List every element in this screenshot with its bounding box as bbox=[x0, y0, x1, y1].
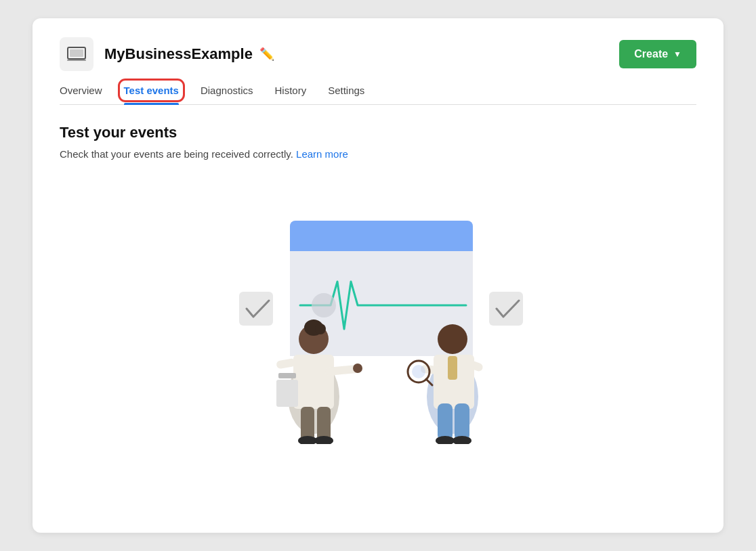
page-title: Test your events bbox=[60, 124, 696, 141]
tab-bar: Overview Test events Diagnostics History… bbox=[60, 85, 696, 105]
header-left: MyBusinessExample ✏️ bbox=[60, 37, 274, 71]
page-header: MyBusinessExample ✏️ Create ▼ bbox=[60, 37, 696, 71]
app-icon bbox=[60, 37, 93, 71]
tab-active-highlight: Test events bbox=[124, 85, 179, 96]
svg-rect-9 bbox=[489, 292, 523, 326]
svg-rect-28 bbox=[455, 403, 469, 441]
svg-rect-15 bbox=[276, 358, 296, 370]
svg-rect-1 bbox=[70, 49, 83, 57]
svg-point-25 bbox=[438, 324, 467, 354]
svg-rect-2 bbox=[67, 60, 86, 61]
page-subtitle: Check that your events are being receive… bbox=[60, 148, 696, 160]
svg-rect-21 bbox=[317, 407, 331, 441]
create-label: Create bbox=[634, 48, 668, 60]
page-content: Test your events Check that your events … bbox=[60, 124, 696, 444]
laptop-icon bbox=[67, 47, 86, 62]
svg-point-34 bbox=[412, 365, 425, 378]
tab-test-events[interactable]: Test events bbox=[124, 85, 179, 104]
svg-rect-19 bbox=[278, 373, 296, 378]
app-name: MyBusinessExample bbox=[104, 45, 253, 63]
svg-rect-18 bbox=[276, 380, 298, 407]
create-button[interactable]: Create ▼ bbox=[619, 40, 696, 68]
svg-rect-14 bbox=[293, 355, 334, 409]
svg-rect-8 bbox=[239, 292, 273, 326]
svg-point-13 bbox=[315, 324, 326, 334]
edit-icon[interactable]: ✏️ bbox=[259, 47, 274, 62]
app-name-row: MyBusinessExample ✏️ bbox=[104, 45, 274, 63]
learn-more-link[interactable]: Learn more bbox=[296, 148, 348, 160]
tab-overview[interactable]: Overview bbox=[60, 85, 102, 104]
test-events-illustration bbox=[175, 187, 581, 444]
tab-history[interactable]: History bbox=[275, 85, 307, 104]
tab-settings[interactable]: Settings bbox=[328, 85, 364, 104]
svg-rect-20 bbox=[301, 407, 314, 441]
svg-rect-36 bbox=[448, 356, 457, 380]
svg-point-17 bbox=[353, 363, 362, 373]
main-card: MyBusinessExample ✏️ Create ▼ Overview T… bbox=[33, 18, 723, 533]
svg-rect-5 bbox=[290, 238, 473, 251]
svg-point-7 bbox=[312, 293, 336, 317]
illustration-container bbox=[60, 187, 696, 444]
chevron-down-icon: ▼ bbox=[673, 49, 681, 59]
svg-rect-27 bbox=[438, 403, 453, 441]
tab-diagnostics[interactable]: Diagnostics bbox=[201, 85, 253, 104]
